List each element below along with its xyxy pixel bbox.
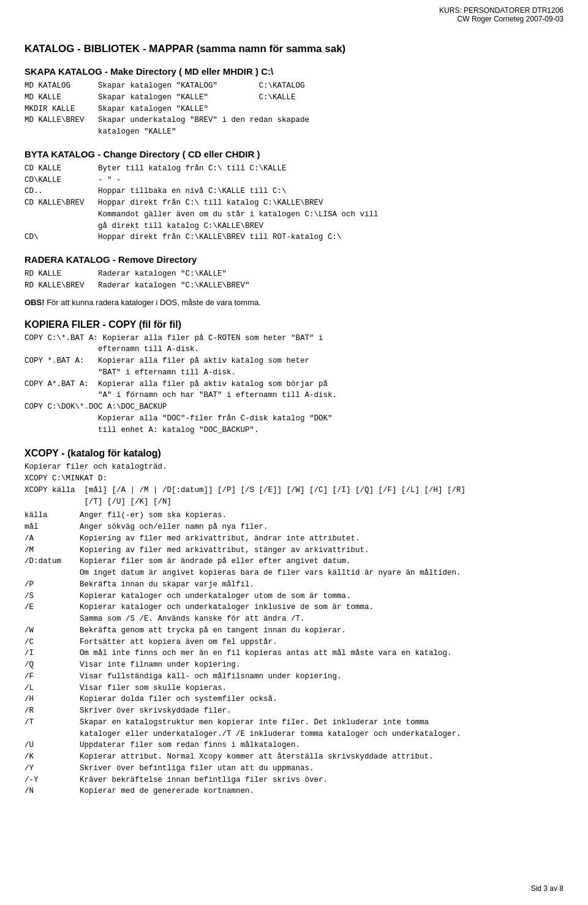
byta-title: BYTA KATALOG - Change Directory ( CD ell… [24,149,564,159]
kopiera-lines: COPY C:\*.BAT A: Kopierar alla filer på … [24,333,564,436]
skapa-title: SKAPA KATALOG - Make Directory ( MD elle… [24,66,564,77]
xcopy-syntax: XCOPY C:\MINKAT D: [24,473,564,485]
skapa-section: SKAPA KATALOG - Make Directory ( MD elle… [24,66,564,138]
page-title: KATALOG - BIBLIOTEK - MAPPAR (samma namn… [24,43,564,55]
header-right: KURS: PERSONDATORER DTR1206 CW Roger Cor… [439,6,564,23]
header-line1: KURS: PERSONDATORER DTR1206 [439,6,564,15]
byta-section: BYTA KATALOG - Change Directory ( CD ell… [24,149,564,243]
xcopy-title: XCOPY - (katalog för katalog) [24,448,564,459]
xcopy-options: källa Anger fil(-er) som ska kopieras. m… [24,510,564,797]
xcopy-section: XCOPY - (katalog för katalog) Kopierar f… [24,448,564,797]
radera-section: RADERA KATALOG - Remove Directory RD KAL… [24,254,564,292]
header-line2: CW Roger Corneteg 2007-09-03 [439,15,564,23]
obs-line: OBS! För att kunna radera kataloger i DO… [24,298,564,307]
skapa-lines: MD KATALOG Skapar katalogen "KATALOG" C:… [24,80,564,138]
kopiera-section: KOPIERA FILER - COPY (fil för fil) COPY … [24,319,564,436]
byta-lines: CD KALLE Byter till katalog från C:\ til… [24,163,564,243]
xcopy-params: XCOPY källa [mål] [/A | /M | /D[:datum]]… [24,485,564,508]
radera-lines: RD KALLE Raderar katalogen "C:\KALLE" RD… [24,268,564,292]
radera-title: RADERA KATALOG - Remove Directory [24,254,564,265]
xcopy-intro: Kopierar filer och katalogträd. [24,461,564,473]
page-footer: Sid 3 av 8 [531,884,564,893]
footer-text: Sid 3 av 8 [531,884,564,893]
kopiera-title: KOPIERA FILER - COPY (fil för fil) [24,319,564,330]
